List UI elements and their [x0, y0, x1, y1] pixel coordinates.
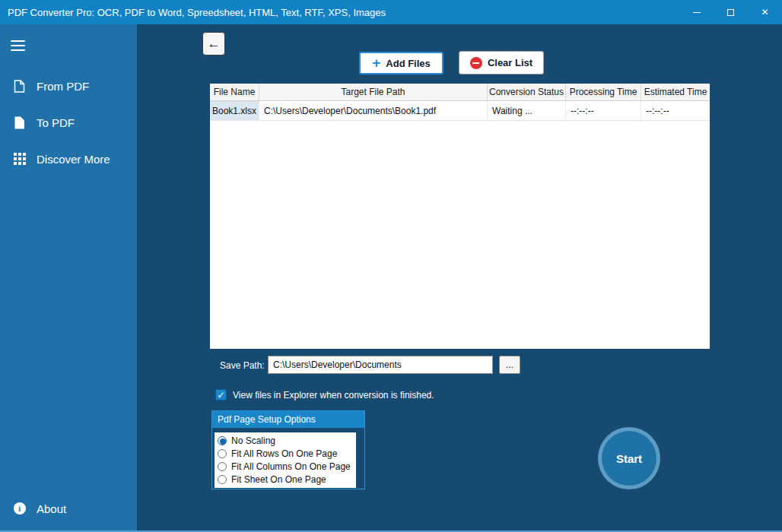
save-path-label: Save Path:	[220, 360, 265, 371]
radio-button-icon	[218, 462, 227, 471]
sidebar: From PDF To PDF Discover More	[0, 24, 137, 532]
column-header-target-file-path[interactable]: Target File Path	[259, 84, 488, 100]
info-icon: i	[13, 502, 26, 515]
maximize-icon	[727, 9, 734, 16]
grid-icon	[13, 153, 26, 166]
radio-button-icon	[218, 475, 227, 484]
minus-circle-icon	[470, 57, 482, 69]
column-header-conversion-status[interactable]: Conversion Status	[488, 84, 566, 100]
view-files-checkbox[interactable]	[215, 389, 227, 401]
sidebar-item-label: From PDF	[37, 80, 89, 93]
cell-file-name: Book1.xlsx	[210, 101, 259, 120]
file-table: File Name Target File Path Conversion St…	[210, 84, 710, 349]
sidebar-item-label: About	[37, 502, 66, 515]
save-path-input[interactable]	[268, 356, 493, 374]
radio-fit-all-columns[interactable]: Fit All Columns On One Page	[218, 460, 356, 473]
window-title: PDF Converter Pro: OCR, PDF to Word, Spr…	[0, 7, 679, 18]
plus-icon: +	[372, 55, 380, 70]
clear-list-button[interactable]: Clear List	[459, 51, 544, 74]
close-icon: ✕	[761, 7, 768, 17]
minimize-button[interactable]	[679, 0, 714, 24]
pdf-page-setup-group-title: Pdf Page Setup Options	[212, 411, 364, 428]
from-pdf-document-icon	[13, 80, 26, 93]
maximize-button[interactable]	[714, 0, 748, 24]
sidebar-item-discover-more[interactable]: Discover More	[0, 146, 137, 172]
browse-button[interactable]: ...	[499, 356, 520, 374]
cell-processing-time: --:--:--	[566, 101, 641, 120]
titlebar: PDF Converter Pro: OCR, PDF to Word, Spr…	[0, 0, 782, 24]
table-header-row: File Name Target File Path Conversion St…	[210, 84, 710, 101]
pdf-page-setup-group: Pdf Page Setup Options No Scaling Fit Al…	[211, 410, 365, 489]
view-files-checkbox-label: View files in Explorer when conversion i…	[233, 390, 434, 401]
radio-fit-sheet[interactable]: Fit Sheet On One Page	[218, 473, 356, 486]
sidebar-item-from-pdf[interactable]: From PDF	[0, 73, 137, 99]
hamburger-menu-button[interactable]	[9, 36, 27, 55]
back-arrow-icon: ←	[208, 36, 221, 52]
app-window: PDF Converter Pro: OCR, PDF to Word, Spr…	[0, 0, 782, 532]
clear-list-label: Clear List	[488, 57, 532, 68]
minimize-icon	[693, 12, 701, 13]
sidebar-item-label: Discover More	[37, 153, 110, 166]
radio-no-scaling[interactable]: No Scaling	[218, 434, 356, 447]
window-controls: ✕	[679, 0, 782, 24]
hamburger-icon	[11, 40, 25, 43]
radio-fit-all-rows[interactable]: Fit All Rows On One Page	[218, 447, 356, 460]
column-header-processing-time[interactable]: Processing Time	[566, 84, 641, 100]
main-content: ← + Add Files Clear List File Name Targe…	[137, 24, 782, 532]
add-files-label: Add Files	[386, 58, 431, 69]
table-row[interactable]: Book1.xlsx C:\Users\Developer\Documents\…	[210, 101, 710, 121]
sidebar-item-to-pdf[interactable]: To PDF	[0, 109, 137, 135]
radio-button-icon	[218, 436, 227, 445]
start-button[interactable]: Start	[598, 427, 660, 489]
sidebar-item-about[interactable]: i About	[0, 496, 137, 521]
close-button[interactable]: ✕	[748, 0, 782, 24]
column-header-estimated-time[interactable]: Estimated Time	[641, 84, 710, 100]
sidebar-item-label: To PDF	[37, 116, 75, 129]
page-scaling-radio-list: No Scaling Fit All Rows On One Page Fit …	[215, 432, 356, 488]
radio-button-icon	[218, 449, 227, 458]
cell-target-path: C:\Users\Developer\Documents\Book1.pdf	[259, 101, 488, 120]
back-button[interactable]: ←	[202, 32, 225, 55]
add-files-button[interactable]: + Add Files	[359, 52, 443, 74]
column-header-file-name[interactable]: File Name	[210, 84, 259, 100]
cell-status: Waiting ...	[488, 101, 566, 120]
cell-estimated-time: --:--:--	[641, 101, 710, 120]
to-pdf-document-icon	[13, 116, 26, 129]
